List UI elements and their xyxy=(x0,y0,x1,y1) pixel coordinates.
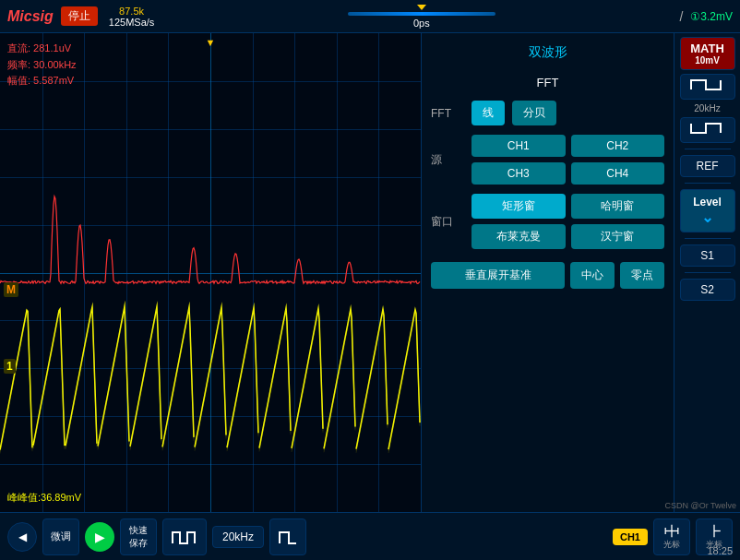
window-blackman-btn[interactable]: 布莱克曼 xyxy=(471,224,566,249)
source-ch1-btn[interactable]: CH1 xyxy=(471,135,566,157)
fft-row: FFT 线 分贝 xyxy=(431,101,664,125)
ref-button[interactable]: REF xyxy=(680,155,735,177)
sample-rate-high: 87.5k xyxy=(119,6,144,17)
time-display: 18:25 xyxy=(707,545,733,556)
logo: Micsig xyxy=(0,8,61,25)
cursor-1-label: 光标 xyxy=(663,539,680,551)
timebase-triangle xyxy=(417,5,426,10)
fine-tune-button[interactable]: 微调 xyxy=(42,518,79,555)
source-row: 源 CH1 CH2 CH3 CH4 xyxy=(431,135,664,185)
right-sidebar: MATH 10mV 20kHz REF Level ⌄ xyxy=(674,33,740,512)
play-button[interactable]: ▶ xyxy=(85,522,114,552)
source-ch3-btn[interactable]: CH3 xyxy=(471,162,566,185)
wave-up-icon-btn[interactable] xyxy=(680,74,735,100)
dual-wave-title: 双波形 xyxy=(431,41,664,65)
window-hanning-btn[interactable]: 汉宁窗 xyxy=(571,224,665,249)
divider4 xyxy=(685,272,731,273)
divider3 xyxy=(685,238,731,239)
window-row: 窗口 矩形窗 哈明窗 布莱克曼 汉宁窗 xyxy=(431,194,664,249)
sample-rate-low: 125MSa/s xyxy=(109,17,155,28)
math-value: 10mV xyxy=(683,55,733,66)
window-rect-btn[interactable]: 矩形窗 xyxy=(471,194,566,219)
wave-form-1-button[interactable] xyxy=(162,518,207,555)
frequency-display: 20kHz xyxy=(212,526,264,548)
window-haming-btn[interactable]: 哈明窗 xyxy=(571,194,665,219)
center-btn[interactable]: 中心 xyxy=(570,262,615,289)
top-bar: Micsig 停止 87.5k 125MSa/s 0ps / ①3.2mV xyxy=(0,0,740,33)
fft-label: FFT xyxy=(431,107,464,120)
watermark: CSDN @Or Twelve xyxy=(665,501,736,510)
quick-save-label2: 保存 xyxy=(129,537,148,550)
fine-tune-label: 微调 xyxy=(51,530,71,543)
voltage-ref: ①3.2mV xyxy=(690,10,733,23)
expand-row: 垂直展开基准 中心 零点 xyxy=(431,262,664,289)
stop-button[interactable]: 停止 xyxy=(61,6,98,26)
level-label: Level xyxy=(683,196,733,209)
math-freq: 20kHz xyxy=(694,103,720,113)
play-icon: ▶ xyxy=(95,530,105,544)
freq-measurement: 频率: 30.00kHz xyxy=(7,57,77,74)
zero-btn[interactable]: 零点 xyxy=(620,262,664,289)
level-button[interactable]: Level ⌄ xyxy=(680,189,735,232)
dc-measurement: 直流: 281.1uV xyxy=(7,41,77,57)
math-button[interactable]: MATH 10mV xyxy=(680,37,735,70)
measurements: 直流: 281.1uV 频率: 30.00kHz 幅值: 5.587mV xyxy=(7,41,77,89)
s2-button[interactable]: S2 xyxy=(680,279,735,301)
bottom-toolbar: ◀ 微调 ▶ 快速 保存 20kHz CH1 光标 xyxy=(0,512,740,560)
arrow-right-icon: / xyxy=(679,9,683,24)
expand-baseline-btn[interactable]: 垂直展开基准 xyxy=(431,262,565,289)
waveform-canvas xyxy=(0,33,421,512)
quick-save-label: 快速 xyxy=(129,524,148,537)
m-marker: M xyxy=(4,282,18,297)
source-label: 源 xyxy=(431,152,464,168)
fft-db-btn[interactable]: 分贝 xyxy=(512,101,556,125)
timebase-bar xyxy=(348,12,495,16)
window-label: 窗口 xyxy=(431,214,464,230)
quick-save-button[interactable]: 快速 保存 xyxy=(120,518,157,555)
right-panel: 双波形 FFT FFT 线 分贝 源 CH1 CH2 CH3 CH4 窗口 xyxy=(422,33,740,512)
logo-text: Micsig xyxy=(7,8,54,24)
trigger-marker: ▼ xyxy=(206,37,216,48)
window-grid: 矩形窗 哈明窗 布莱克曼 汉宁窗 xyxy=(471,194,664,249)
fft-linear-btn[interactable]: 线 xyxy=(471,101,505,125)
channel-1-marker: 1 xyxy=(4,359,16,374)
chevron-down-icon: ⌄ xyxy=(683,209,733,226)
back-button[interactable]: ◀ xyxy=(7,522,37,552)
wave-form-2-button[interactable] xyxy=(269,518,306,555)
wave-down-icon-btn[interactable] xyxy=(680,117,735,143)
oscilloscope-display: 直流: 281.1uV 频率: 30.00kHz 幅值: 5.587mV M 1… xyxy=(0,33,422,512)
source-ch4-btn[interactable]: CH4 xyxy=(571,162,665,185)
peak-value: 峰峰值:36.89mV xyxy=(7,491,81,505)
cursor-1-button[interactable]: 光标 xyxy=(653,518,690,555)
sample-rate-area: 87.5k 125MSa/s xyxy=(109,6,155,28)
timebase-value: 0ps xyxy=(413,18,430,29)
source-grid: CH1 CH2 CH3 CH4 xyxy=(471,135,664,185)
divider2 xyxy=(685,183,731,184)
source-ch2-btn[interactable]: CH2 xyxy=(571,135,665,157)
s1-button[interactable]: S1 xyxy=(680,244,735,267)
math-label: MATH xyxy=(683,42,733,55)
right-top: 双波形 FFT FFT 线 分贝 源 CH1 CH2 CH3 CH4 窗口 xyxy=(422,33,740,512)
back-icon: ◀ xyxy=(18,530,27,543)
divider1 xyxy=(685,149,731,149)
fft-section-title: FFT xyxy=(431,74,664,91)
right-main: 双波形 FFT FFT 线 分贝 源 CH1 CH2 CH3 CH4 窗口 xyxy=(422,33,674,512)
timebase-area[interactable]: 0ps xyxy=(163,5,679,29)
ch1-badge[interactable]: CH1 xyxy=(613,529,648,545)
amplitude-measurement: 幅值: 5.587mV xyxy=(7,73,77,89)
